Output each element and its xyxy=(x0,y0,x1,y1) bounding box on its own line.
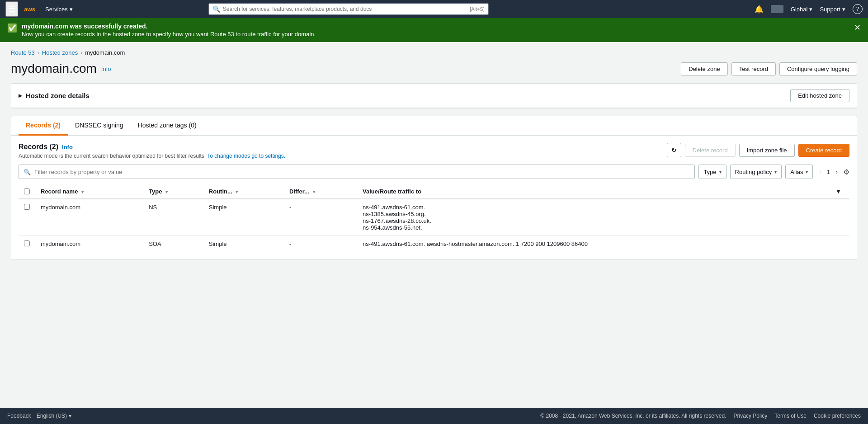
configure-query-logging-button[interactable]: Configure query logging xyxy=(779,62,857,75)
filter-bar: 🔍 Type ▾ Routing policy ▾ Alias ▾ ‹ xyxy=(19,165,849,179)
page-title-area: mydomain.com Info xyxy=(11,61,111,76)
services-menu[interactable]: Services ▾ xyxy=(45,6,73,13)
breadcrumb-sep-1: › xyxy=(38,50,39,56)
th-differ-label: Differ... xyxy=(289,188,309,195)
close-banner-button[interactable]: ✕ xyxy=(854,23,861,33)
pagination: ‹ 1 › ⚙ xyxy=(816,167,849,176)
services-label: Services xyxy=(45,6,68,13)
global-label: Global xyxy=(791,6,808,13)
prev-page-button[interactable]: ‹ xyxy=(816,167,824,176)
import-zone-file-button[interactable]: Import zone file xyxy=(739,144,795,157)
breadcrumb-sep-2: › xyxy=(80,50,82,56)
cell-record-name: mydomain.com xyxy=(35,199,143,236)
type-sort-icon: ▾ xyxy=(165,189,168,194)
global-search-bar[interactable]: 🔍 [Alt+S] xyxy=(208,3,489,15)
help-button[interactable]: ? xyxy=(853,4,863,14)
type-filter-dropdown[interactable]: Type ▾ xyxy=(698,165,726,179)
type-filter-label: Type xyxy=(703,169,716,175)
support-label: Support xyxy=(820,6,840,13)
cell-record-name: mydomain.com xyxy=(35,236,143,252)
cell-differ: - xyxy=(284,199,357,236)
table-row: mydomain.comSOASimple-ns-491.awsdns-61.c… xyxy=(19,236,849,252)
records-table: Record name ▾ Type ▾ Routin... ▾ Diffe xyxy=(19,184,849,252)
success-banner: ✅ mydomain.com was successfully created.… xyxy=(0,18,868,42)
services-chevron-icon: ▾ xyxy=(70,6,73,13)
records-subtitle: Automatic mode is the current search beh… xyxy=(19,153,285,159)
th-type-label: Type xyxy=(149,188,162,195)
routing-policy-filter-dropdown[interactable]: Routing policy ▾ xyxy=(730,165,782,179)
th-routing-label: Routin... xyxy=(209,188,232,195)
support-chevron-icon: ▾ xyxy=(842,6,845,13)
global-region-selector[interactable]: Global ▾ xyxy=(791,6,813,13)
cell-differ: - xyxy=(284,236,357,252)
type-dropdown-arrow-icon: ▾ xyxy=(719,170,722,174)
th-expand: ▾ xyxy=(831,184,849,199)
aws-logo: aws xyxy=(24,4,40,14)
delete-record-button[interactable]: Delete record xyxy=(685,144,736,157)
test-record-button[interactable]: Test record xyxy=(731,62,776,75)
th-record-name-label: Record name xyxy=(41,188,78,195)
tab-records-label: Records (2) xyxy=(26,122,61,129)
row-checkbox-0[interactable] xyxy=(24,204,30,210)
header-buttons: Delete zone Test record Configure query … xyxy=(681,62,857,75)
support-menu[interactable]: Support ▾ xyxy=(820,6,845,13)
notifications-icon[interactable]: 🔔 xyxy=(755,5,764,14)
routing-policy-filter-label: Routing policy xyxy=(735,169,772,175)
alias-filter-dropdown[interactable]: Alias ▾ xyxy=(785,165,813,179)
create-record-button[interactable]: Create record xyxy=(798,144,849,157)
tab-tags-label: Hosted zone tags (0) xyxy=(138,122,197,129)
table-settings-button[interactable]: ⚙ xyxy=(843,168,849,176)
page-info-badge[interactable]: Info xyxy=(101,66,111,72)
search-input[interactable] xyxy=(223,6,467,12)
banner-subtitle: Now you can create records in the hosted… xyxy=(22,31,316,38)
global-chevron-icon: ▾ xyxy=(809,6,812,13)
page-number: 1 xyxy=(827,169,830,175)
hosted-zone-title[interactable]: ▶ Hosted zone details xyxy=(19,92,90,99)
main-tabs-container: Records (2) DNSSEC signing Hosted zone t… xyxy=(11,116,857,260)
cell-expand xyxy=(831,199,849,236)
cell-routing: Simple xyxy=(203,199,284,236)
check-icon: ✅ xyxy=(7,23,17,33)
breadcrumb-hosted-zones[interactable]: Hosted zones xyxy=(42,49,78,56)
cell-value: ns-491.awsdns-61.com. awsdns-hostmaster.… xyxy=(357,236,831,252)
row-checkbox-1[interactable] xyxy=(24,240,30,246)
tab-tags[interactable]: Hosted zone tags (0) xyxy=(131,116,204,136)
records-title-text: Records (2) xyxy=(19,143,58,151)
cell-value: ns-491.awsdns-61.com. ns-1385.awsdns-45.… xyxy=(357,199,831,236)
cell-type: SOA xyxy=(143,236,203,252)
edit-hosted-zone-button[interactable]: Edit hosted zone xyxy=(790,89,849,102)
breadcrumb: Route 53 › Hosted zones › mydomain.com xyxy=(11,49,857,56)
change-modes-link[interactable]: To change modes go to settings. xyxy=(207,153,285,159)
records-info-badge[interactable]: Info xyxy=(62,144,73,151)
th-record-name: Record name ▾ xyxy=(35,184,143,199)
select-all-checkbox[interactable] xyxy=(24,188,30,194)
banner-title: mydomain.com was successfully created. xyxy=(22,23,316,30)
breadcrumb-route53[interactable]: Route 53 xyxy=(11,49,35,56)
refresh-button[interactable]: ↻ xyxy=(667,143,681,157)
next-page-button[interactable]: › xyxy=(833,167,840,176)
cell-type: NS xyxy=(143,199,203,236)
breadcrumb-current: mydomain.com xyxy=(85,49,125,56)
cell-expand xyxy=(831,236,849,252)
filter-search-icon: 🔍 xyxy=(24,169,31,175)
hamburger-menu[interactable]: ☰ xyxy=(5,1,18,17)
routing-sort-icon: ▾ xyxy=(236,189,238,194)
tabs-bar: Records (2) DNSSEC signing Hosted zone t… xyxy=(11,116,857,136)
table-row: mydomain.comNSSimple-ns-491.awsdns-61.co… xyxy=(19,199,849,236)
delete-zone-button[interactable]: Delete zone xyxy=(681,62,727,75)
routing-dropdown-arrow-icon: ▾ xyxy=(774,170,777,174)
svg-text:aws: aws xyxy=(24,6,35,13)
search-icon: 🔍 xyxy=(212,5,220,13)
banner-content: mydomain.com was successfully created. N… xyxy=(22,23,316,38)
filter-input-container[interactable]: 🔍 xyxy=(19,165,695,179)
tab-dnssec-label: DNSSEC signing xyxy=(75,122,123,129)
hosted-zone-details-section: ▶ Hosted zone details Edit hosted zone xyxy=(11,83,857,108)
th-type: Type ▾ xyxy=(143,184,203,199)
filter-records-input[interactable] xyxy=(34,169,690,175)
records-subtitle-text: Automatic mode is the current search beh… xyxy=(19,153,206,159)
tab-dnssec[interactable]: DNSSEC signing xyxy=(68,116,131,136)
hosted-zone-title-text: Hosted zone details xyxy=(26,92,90,99)
user-avatar[interactable] xyxy=(771,5,783,13)
th-value: Value/Route traffic to xyxy=(357,184,831,199)
tab-records[interactable]: Records (2) xyxy=(19,116,68,136)
